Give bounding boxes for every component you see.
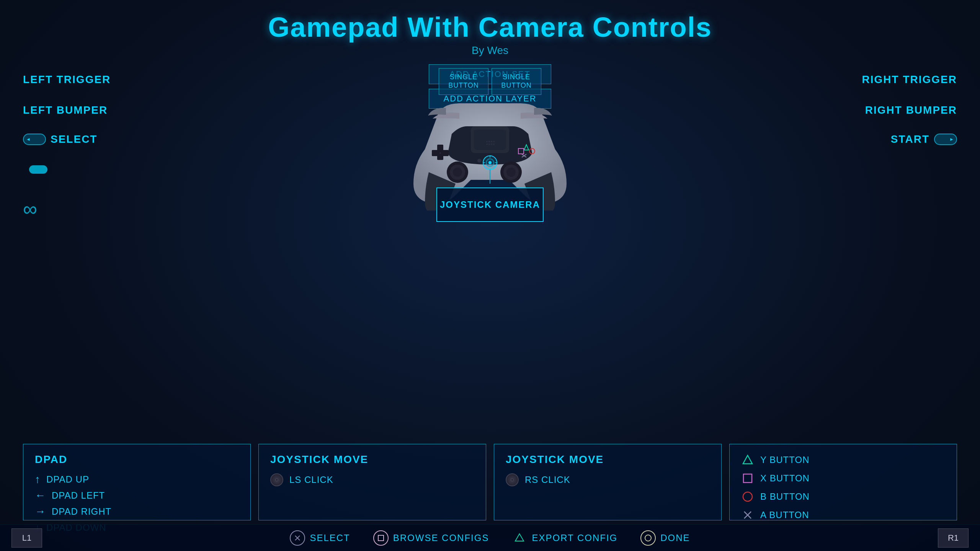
svg-point-35 bbox=[743, 492, 752, 501]
ls-click-label: LS CLICK bbox=[289, 474, 333, 485]
left-trigger-label: LEFT TRIGGER bbox=[23, 73, 111, 86]
svg-point-23 bbox=[493, 143, 495, 145]
start-label: START bbox=[891, 133, 929, 145]
x-button-label: X BUTTON bbox=[760, 473, 810, 484]
dpad-up-label: DPAD UP bbox=[46, 474, 89, 485]
bottom-browse-action[interactable]: BROWSE CONFIGS bbox=[373, 530, 489, 546]
svg-rect-34 bbox=[743, 474, 752, 483]
circle-icon bbox=[741, 490, 754, 503]
svg-point-17 bbox=[488, 141, 490, 142]
dpad-up-arrow: ↑ bbox=[35, 473, 40, 486]
bottom-bar: L1 SELECT BROWSE CONFIGS bbox=[0, 524, 980, 551]
svg-point-7 bbox=[453, 168, 462, 177]
svg-point-42 bbox=[645, 535, 651, 541]
rs-joystick-icon bbox=[506, 473, 519, 486]
bottom-done-action[interactable]: DONE bbox=[640, 530, 690, 546]
a-button-label: A BUTTON bbox=[760, 510, 809, 520]
joystick-camera-text: JOYSTICK CAMERA bbox=[440, 199, 540, 210]
bottom-panels: DPAD ↑ DPAD UP ← DPAD LEFT → DPAD RIGHT … bbox=[23, 444, 957, 520]
square-action-icon bbox=[373, 530, 389, 546]
ls-joystick-dot bbox=[275, 478, 278, 481]
x-icon bbox=[290, 530, 305, 546]
x-button-icon bbox=[741, 509, 754, 522]
page-title: Gamepad With Camera Controls bbox=[0, 11, 980, 43]
svg-point-10 bbox=[506, 168, 516, 177]
dpad-right-item: → DPAD RIGHT bbox=[35, 505, 239, 518]
rs-joystick-dot bbox=[511, 478, 514, 481]
dpad-right-label: DPAD RIGHT bbox=[52, 506, 111, 517]
infinity-icon: ∞ bbox=[23, 197, 37, 220]
ls-joystick-icon bbox=[270, 473, 283, 486]
dpad-up-item: ↑ DPAD UP bbox=[35, 473, 239, 486]
buttons-panel: Y BUTTON X BUTTON B BUTTON bbox=[729, 444, 957, 520]
a-button-item: A BUTTON bbox=[741, 509, 945, 522]
dpad-left-label: DPAD LEFT bbox=[52, 490, 105, 501]
dpad-left-arrow: ← bbox=[35, 489, 46, 502]
select-area: SELECT bbox=[23, 133, 97, 145]
triangle-action-icon bbox=[512, 530, 527, 546]
dpad-left-item: ← DPAD LEFT bbox=[35, 489, 239, 502]
dpad-right-arrow: → bbox=[35, 505, 46, 518]
l1-button[interactable]: L1 bbox=[11, 528, 42, 548]
svg-rect-40 bbox=[378, 535, 384, 541]
svg-point-16 bbox=[486, 141, 488, 142]
dpad-panel-title: DPAD bbox=[35, 453, 239, 466]
right-bumper-label: RIGHT BUMPER bbox=[865, 104, 957, 116]
dpad-panel: DPAD ↑ DPAD UP ← DPAD LEFT → DPAD RIGHT … bbox=[23, 444, 251, 520]
svg-point-19 bbox=[493, 141, 495, 142]
svg-point-22 bbox=[491, 143, 492, 145]
ls-click-item: LS CLICK bbox=[270, 473, 474, 486]
right-trigger-label: RIGHT TRIGGER bbox=[862, 73, 957, 86]
b-button-item: B BUTTON bbox=[741, 490, 945, 503]
r1-button[interactable]: R1 bbox=[938, 528, 969, 548]
bottom-export-action[interactable]: EXPORT CONFIG bbox=[512, 530, 617, 546]
joystick-move-right-title: JOYSTICK MOVE bbox=[506, 453, 710, 466]
touchpad-indicator bbox=[29, 165, 47, 174]
svg-point-24 bbox=[477, 159, 481, 163]
rs-click-item: RS CLICK bbox=[506, 473, 710, 486]
select-label: SELECT bbox=[51, 133, 97, 145]
joystick-move-right-panel: JOYSTICK MOVE RS CLICK bbox=[494, 444, 722, 520]
bottom-select-label: SELECT bbox=[310, 533, 350, 543]
circle-action-icon bbox=[640, 530, 656, 546]
svg-marker-41 bbox=[515, 534, 524, 541]
bottom-select-action[interactable]: SELECT bbox=[290, 530, 350, 546]
left-bumper-label: LEFT BUMPER bbox=[23, 104, 108, 116]
joystick-move-left-title: JOYSTICK MOVE bbox=[270, 453, 474, 466]
joystick-camera-label-box: JOYSTICK CAMERA bbox=[436, 187, 544, 222]
page-subtitle: By Wes bbox=[0, 44, 980, 57]
svg-point-27 bbox=[488, 161, 492, 164]
bottom-browse-label: BROWSE CONFIGS bbox=[393, 533, 489, 543]
bottom-done-label: DONE bbox=[660, 533, 690, 543]
b-button-label: B BUTTON bbox=[760, 491, 810, 502]
x-button-item: X BUTTON bbox=[741, 472, 945, 485]
svg-rect-1 bbox=[474, 129, 506, 150]
y-button-item: Y BUTTON bbox=[741, 453, 945, 466]
square-icon bbox=[741, 472, 754, 485]
joystick-move-left-panel: JOYSTICK MOVE LS CLICK bbox=[258, 444, 486, 520]
rs-click-label: RS CLICK bbox=[525, 474, 570, 485]
svg-point-18 bbox=[491, 141, 492, 142]
page-wrapper: Gamepad With Camera Controls By Wes ADD … bbox=[0, 0, 980, 551]
start-area: START bbox=[891, 133, 957, 145]
svg-point-20 bbox=[486, 143, 488, 145]
start-icon bbox=[934, 134, 957, 145]
svg-point-21 bbox=[488, 143, 490, 145]
svg-rect-4 bbox=[439, 152, 441, 154]
y-button-label: Y BUTTON bbox=[760, 455, 809, 465]
select-icon bbox=[23, 134, 46, 145]
header: Gamepad With Camera Controls By Wes bbox=[0, 0, 980, 57]
triangle-icon bbox=[741, 453, 754, 466]
svg-marker-33 bbox=[743, 455, 752, 464]
bottom-export-label: EXPORT CONFIG bbox=[532, 533, 617, 543]
